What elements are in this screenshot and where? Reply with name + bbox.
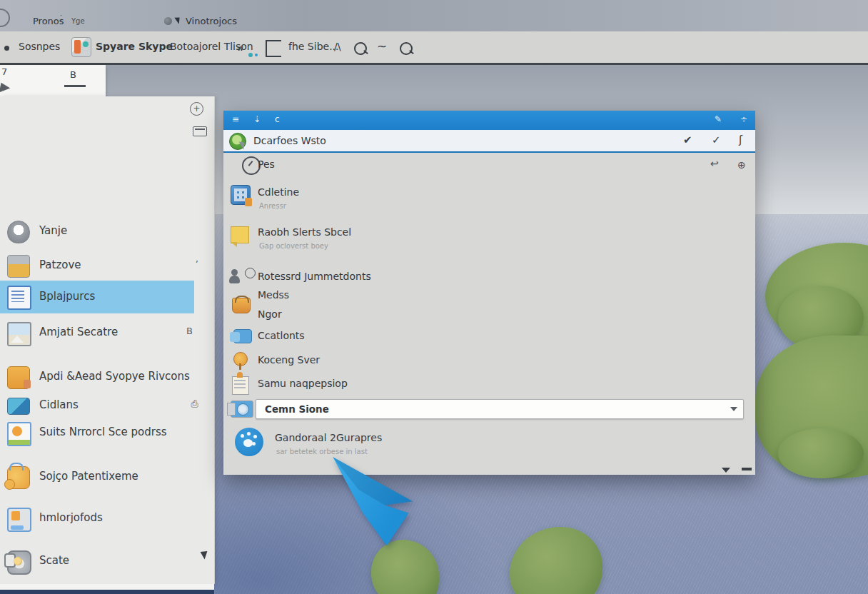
person-icon [229,269,239,283]
dialog-titlebar[interactable]: ≡ ⇣ c ✎ ÷ [223,111,755,130]
settings-dialog: ≡ ⇣ c ✎ ÷ Dcarfoes Wsto ✔ ✓ ʃ Pes ↩ ⊕ Cd… [223,111,755,475]
row-label: Cdletine [258,186,299,198]
bottom-dark-bar [0,590,214,594]
sticky-note-icon [231,226,249,243]
toolbar-menu-label[interactable]: Sosnpes [19,41,60,52]
search-icon[interactable] [354,42,367,55]
tilde-icon[interactable]: ~ [377,39,387,54]
sidebar-item-patzove[interactable]: Patzove ’ [0,252,214,281]
sidebar-item-label: Patzove [39,258,81,271]
sidebar-item-sojco[interactable]: Sojço Patentixeme [0,463,214,492]
chat-icon [233,329,252,343]
sidebar-item-label: hmlorjofods [39,511,103,524]
sidebar: + Yanje Patzove ’ Bplajpurcs Amjati Seca… [0,96,215,584]
large-pointer-arrow [325,451,425,548]
sidebar-item-label: Suits Nrrorcl Sce podrss [39,426,167,438]
sidebar-item-scate[interactable]: Scate [0,548,214,576]
globe-icon[interactable]: ⊕ [737,159,746,171]
collapse-chevron-icon[interactable] [722,468,730,473]
zoom-icon[interactable] [400,42,413,55]
row-label: Raobh Slerts Sbcel [258,226,351,238]
sidebar-item-bplajpurcs-selected[interactable]: Bplajpurcs [0,281,194,313]
desktop: Pronos ⁚ Yge Vinotrojocs Sosnpes Spyare … [0,0,868,594]
foliage-island [778,428,864,478]
toolbar-small-label: w [237,44,243,53]
paw-circle-icon [235,428,263,456]
sidebar-item-label: Amjati Secatre [39,326,118,338]
card-list-icon[interactable] [193,126,207,136]
wedge-icon [0,83,11,95]
mail-icon [7,398,30,415]
sidebar-item-label: Yanje [39,224,67,237]
download-icon[interactable]: ⇣ [253,114,261,124]
bag-icon [7,366,30,389]
footer-title: Gandoraal 2Gurapres [275,432,382,443]
menu-dots-icon: ⁚ [60,14,62,22]
sidebar-item-label: Scate [39,554,69,567]
row-label: Koceng Sver [258,354,320,366]
palette-b-label[interactable]: B [70,69,76,80]
dropdown-select[interactable]: Cemn Sione [256,399,744,419]
app-name: Spyare Skype [96,41,173,52]
c-icon[interactable]: c [275,114,280,124]
picture-icon [7,322,31,346]
toolbar-tab-label[interactable]: fhe Sibe... [288,41,339,52]
row-subtitle: Anressr [259,202,286,210]
minimize-dash-icon[interactable] [742,468,752,470]
wallet-icon [7,255,30,278]
blue-camera-icon [231,401,253,418]
statusbar-strip [0,584,214,590]
undo-icon[interactable]: ↩ [710,158,719,169]
row-label: Pes [258,158,275,170]
satchel-icon [7,466,30,489]
sidebar-item-apdi[interactable]: Apdi &Aead Syopye Rivcons [0,363,214,392]
window-control-icon[interactable] [0,9,10,27]
menu-badge: Yge [71,17,85,25]
sidebar-item-label: Bplajpurcs [39,290,95,303]
sidebar-item-label: Apdi &Aead Syopye Rivcons [39,370,190,383]
check-icon[interactable]: ✓ [712,134,721,146]
printer-icon: ⎙ [191,398,198,410]
lock-icon: B [186,326,193,336]
notes-icon [7,286,31,310]
row-label: Medss [258,289,289,301]
sidebar-item-cidlans[interactable]: Cidlans ⎙ [0,392,214,421]
hamburger-icon[interactable]: ≡ [232,114,239,124]
row-subtitle: Gap ocloverst boey [259,242,328,250]
s-curve-icon[interactable]: ʃ [739,134,742,146]
app-icon[interactable] [71,37,91,57]
pen-icon[interactable]: ✎ [715,114,722,124]
sidebar-item-label: Sojço Patentixeme [39,470,138,483]
menu-item-center[interactable]: Vinotrojocs [186,16,237,26]
chevron-mark-icon: ’ [196,258,198,269]
row-label: Samu naqpepsiop [258,378,348,389]
cursor-icon [174,15,182,24]
sidebar-item-suits[interactable]: Suits Nrrorcl Sce podrss [0,419,214,448]
color-dots-icon [248,49,260,60]
small-clock-icon [245,268,256,278]
palette-corner-glyph: 7 [1,66,7,77]
check-icon[interactable]: ✔ [683,134,692,146]
paddle-icon [233,352,248,366]
app-grid-icon [231,185,251,205]
pen-slash-icon[interactable]: /\ [334,41,340,52]
toolbar-dot-icon [4,46,9,51]
dialog-search-row[interactable]: Dcarfoes Wsto ✔ ✓ ʃ [223,130,755,153]
chevron-down-icon [730,407,737,411]
avatar-icon [7,221,30,243]
basket-icon [232,298,251,313]
add-icon[interactable]: + [190,102,203,116]
sidebar-item-yanje[interactable]: Yanje [0,218,214,246]
photo-icon [7,422,31,446]
sidebar-item-hmlorjofods[interactable]: hmlorjofods [0,505,214,533]
menu-bar: Pronos ⁚ Yge Vinotrojocs [0,0,868,31]
camera-icon [7,550,31,575]
notepad-icon [232,376,249,395]
divide-icon[interactable]: ÷ [740,114,747,124]
row-label: Ngor [258,308,282,320]
sidebar-item-amjati[interactable]: Amjati Secatre B [0,319,214,348]
row-label: Ccatlonts [258,330,305,341]
search-row-label: Dcarfoes Wsto [253,135,326,146]
bracket-icon[interactable] [266,40,281,57]
green-search-icon [229,133,246,150]
